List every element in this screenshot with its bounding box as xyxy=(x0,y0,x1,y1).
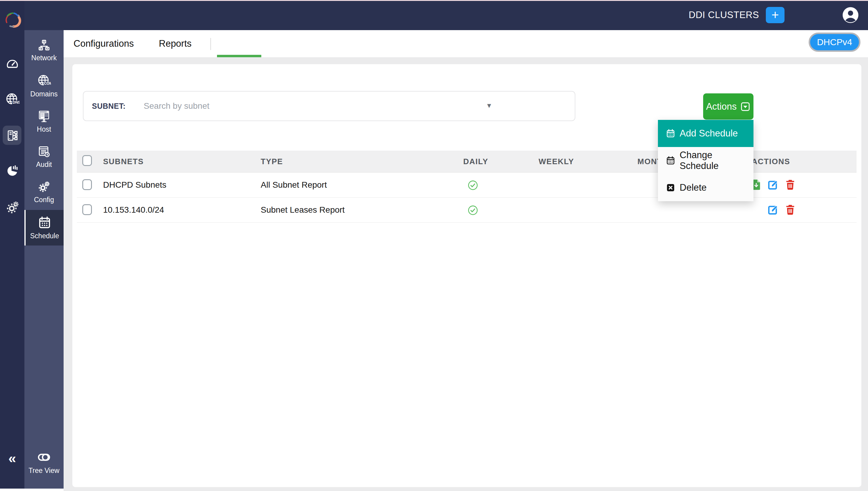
sidebar-item-schedule[interactable]: Schedule xyxy=(24,210,64,246)
tab-bar: Configurations Reports xyxy=(64,30,868,57)
calendar-icon xyxy=(666,128,675,138)
actions-button[interactable]: Actions xyxy=(703,93,754,120)
x-square-icon xyxy=(666,183,675,193)
tab-configurations[interactable]: Configurations xyxy=(74,30,134,57)
col-weekly: WEEKLY xyxy=(539,151,574,172)
settings-icon[interactable] xyxy=(0,200,24,215)
delete-row-button[interactable] xyxy=(784,204,797,216)
daily-check-icon xyxy=(468,205,480,218)
sidebar-item-tree-view[interactable]: Tree View xyxy=(24,445,64,480)
calendar-icon xyxy=(666,156,675,165)
col-actions: ACTIONS xyxy=(752,151,790,172)
analytics-icon[interactable] xyxy=(0,164,24,177)
sidebar-item-label: Tree View xyxy=(29,467,59,475)
active-tab-underline xyxy=(217,55,261,57)
logo-icon xyxy=(3,11,21,29)
user-avatar[interactable] xyxy=(842,7,859,24)
row-checkbox[interactable] xyxy=(82,179,92,190)
protocol-badge[interactable]: DHCPv4 xyxy=(809,32,861,52)
cell-type: Subnet Leases Report xyxy=(261,198,345,222)
subnet-search-combobox[interactable]: SUBNET: ▼ xyxy=(83,91,576,121)
audit-icon xyxy=(37,145,51,158)
edit-row-button[interactable] xyxy=(767,179,780,191)
icon-rail: DNS xyxy=(0,0,24,489)
subnet-label: SUBNET: xyxy=(92,102,126,111)
sidebar-item-audit[interactable]: Audit xyxy=(24,140,64,174)
sidebar-item-host[interactable]: Host xyxy=(24,104,64,139)
cluster-title: DDI CLUSTERS xyxy=(689,0,759,30)
tab-divider xyxy=(211,38,211,50)
row-checkbox[interactable] xyxy=(82,204,92,215)
svg-text:DNS: DNS xyxy=(12,100,20,105)
table-row: 10.153.140.0/24 Subnet Leases Report xyxy=(77,198,857,223)
domains-icon: COM xyxy=(37,74,51,88)
config-icon xyxy=(37,180,51,193)
sidebar-item-label: Network xyxy=(31,54,57,62)
sidebar-item-config[interactable]: Config xyxy=(24,175,64,209)
col-subnets: SUBNETS xyxy=(103,151,144,172)
top-edge-line xyxy=(0,0,868,1)
host-icon xyxy=(37,110,51,123)
tab-reports[interactable]: Reports xyxy=(159,30,192,57)
actions-button-label: Actions xyxy=(706,101,737,112)
sidebar-item-label: Domains xyxy=(30,90,58,98)
menu-item-add-schedule[interactable]: Add Schedule xyxy=(658,120,754,147)
col-type: TYPE xyxy=(261,151,283,172)
select-all-checkbox[interactable] xyxy=(82,155,92,166)
menu-item-label: Delete xyxy=(680,182,707,193)
sidebar-item-label: Audit xyxy=(36,161,52,169)
person-icon xyxy=(842,7,859,24)
menu-item-label: Add Schedule xyxy=(680,128,738,139)
sidebar-item-domains[interactable]: COM Domains xyxy=(24,69,64,103)
ipam-icon[interactable] xyxy=(0,129,24,142)
add-cluster-button[interactable]: + xyxy=(766,7,785,23)
dns-icon[interactable]: DNS xyxy=(0,92,24,107)
delete-row-button[interactable] xyxy=(784,179,797,191)
dashboard-icon[interactable] xyxy=(0,57,24,71)
daily-check-icon xyxy=(468,180,480,193)
schedule-icon xyxy=(38,216,52,230)
cell-subnet: DHCPD Subnets xyxy=(103,173,166,197)
sidebar-item-label: Host xyxy=(37,125,51,134)
menu-item-delete[interactable]: Delete xyxy=(658,174,754,201)
actions-dropdown-menu: Add Schedule Change Schedule Delete xyxy=(658,120,754,201)
menu-item-label: Change Schedule xyxy=(680,150,754,171)
collapse-sidebar-button[interactable]: « xyxy=(0,451,24,465)
sidebar-item-network[interactable]: Network xyxy=(24,33,64,67)
sidebar-nav: Network COM Domains xyxy=(24,30,64,489)
dropdown-caret-icon[interactable]: ▼ xyxy=(486,102,493,110)
subnet-search-input[interactable] xyxy=(143,101,476,111)
app-root: DDI CLUSTERS + xyxy=(0,0,868,491)
caret-box-icon xyxy=(740,102,751,112)
svg-text:COM: COM xyxy=(44,81,51,86)
network-icon xyxy=(38,39,50,52)
app-logo[interactable] xyxy=(0,11,24,29)
sidebar-item-label: Schedule xyxy=(30,232,59,240)
sidebar-item-label: Config xyxy=(34,196,54,204)
cell-subnet: 10.153.140.0/24 xyxy=(103,198,164,222)
edit-row-button[interactable] xyxy=(767,204,780,216)
cell-type: All Subnet Report xyxy=(261,173,327,197)
menu-item-change-schedule[interactable]: Change Schedule xyxy=(658,147,754,174)
col-daily: DAILY xyxy=(463,151,488,172)
tree-view-icon xyxy=(37,450,51,464)
